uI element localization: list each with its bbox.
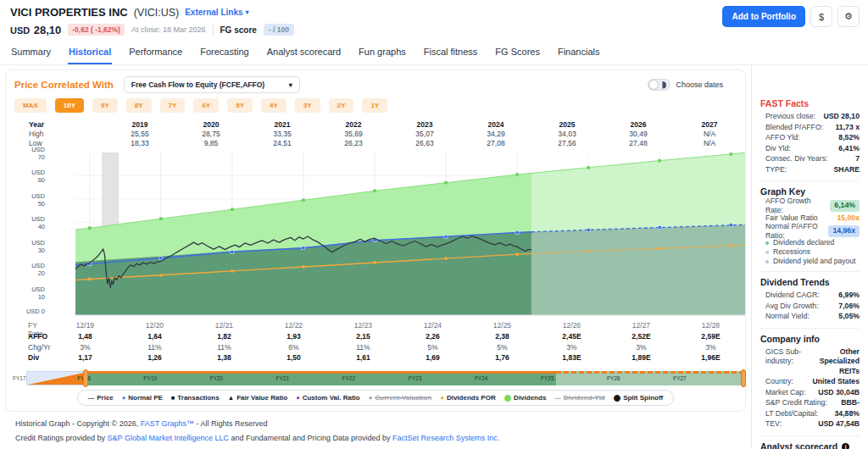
svg-text:40: 40 [38,223,45,230]
bullet-dot-icon [765,241,769,245]
graph-key-label: AFFO Growth Rate: [765,197,830,216]
main-panel: Price Correlated With Free Cash Flow to … [0,65,751,449]
fact-value: USD 28,10 [824,112,860,122]
tab-item[interactable]: Summary [10,42,52,64]
range-button[interactable]: 8Y [126,98,152,113]
legend-item[interactable]: ■ Transactions [171,394,220,402]
trend-value: 6,99% [838,291,860,301]
tab-item[interactable]: Financials [557,42,601,64]
fast-graph-chart[interactable]: USD70USD60USD50USD40USD30USD20USD10USD 0 [6,152,745,317]
factset-link[interactable]: FactSet Research Systems Inc. [392,434,499,442]
fy-date-cell: 12/23 [328,321,398,332]
range-button[interactable]: 4Y [261,98,287,113]
tab-item[interactable]: Analyst scorecard [266,42,342,64]
currency-label: USD [10,25,30,36]
tab-item[interactable]: Forecasting [199,42,249,64]
legend-item[interactable]: ● Custom Val. Ratio [296,394,360,402]
company-name: VICI PROPERTIES INC [10,6,128,19]
div-cell: 1,26 [120,353,189,364]
choose-dates-toggle[interactable] [648,79,670,91]
fact-label: Div Yld: [765,144,794,154]
tab-item[interactable]: Fiscal fitness [423,42,479,64]
legend-marker-icon: ⬤ [614,395,620,402]
sp-global-link[interactable]: S&P Global Market Intelligence LLC [108,434,229,442]
timeline-brush[interactable]: FY17 FY18FY19FY20FY21FY22FY23FY24FY25FY2… [6,369,745,388]
graph-key-value: 14,96x [828,225,860,237]
company-info-section: Company info GICS Sub-industry: Other Sp… [760,328,860,430]
external-links-menu[interactable]: External Links ▾ [185,8,248,17]
tab-item[interactable]: FG Scores [494,42,541,64]
low-cell: 26,63 [389,139,460,147]
brush-outside-label: FY17 [13,375,26,381]
brush-future-zone[interactable] [556,371,744,385]
chart-canvas[interactable]: USD70USD60USD50USD40USD30USD20USD10USD 0 [75,152,745,317]
info-icon[interactable]: i [842,443,849,449]
range-button[interactable]: 1Y [362,98,387,113]
fast-graphs-link[interactable]: FAST Graphs™ [141,419,194,428]
affo-cell: 2,59E [676,332,745,343]
legend-item[interactable]: — Price [88,394,114,402]
range-label: 8Y [135,102,143,109]
legend-item[interactable]: ⬤ Split Spinoff [614,394,664,402]
range-button[interactable]: 10Y [55,98,84,113]
legend-label: Dividends POR [447,394,496,402]
fact-label: TYPE: [765,165,790,175]
high-cell: 28,75 [175,130,247,138]
currency-button[interactable]: $ [810,6,832,27]
div-cell: 1,76 [467,353,537,364]
tab-item[interactable]: Performance [128,42,183,64]
brush-handle-right[interactable] [741,369,746,387]
legend-item[interactable]: ● Normal PE [122,394,163,402]
external-links-label: External Links [185,8,242,17]
add-to-portfolio-button[interactable]: Add to Portfolio [722,6,805,27]
high-cell: 25,55 [104,130,175,138]
chg-row-label: Chg/Yr [28,343,50,353]
legend-marker-icon: — [554,395,561,402]
svg-text:USD: USD [31,262,45,269]
info-value: USD 47,54B [818,419,860,430]
legend-item[interactable]: ▲ Fair Value Ratio [228,394,287,402]
legend-item[interactable]: — Dividend-Yld [554,394,604,402]
chg-cell: 3% [50,343,120,353]
tab-label: Analyst scorecard [267,47,341,57]
range-button[interactable]: 9Y [92,98,118,113]
div-cell: 1,89E [606,353,676,364]
info-value: USD 30,04B [818,388,860,398]
graph-key-row: AFFO Growth Rate: 6,14% [760,200,860,213]
tab-item[interactable]: Fun graphs [358,42,407,64]
affo-cell: 2,52E [606,332,676,343]
legend-label: Normal PE [128,394,162,402]
dividend-trend-row: Normal Yield: 5,05% [760,312,860,323]
legend-item[interactable]: ⬤ Dividends [504,394,547,402]
dividend-trends-title: Dividend Trends [760,277,860,287]
fact-row: Div Yld: 6,41% [760,144,860,155]
brush-selected-zone[interactable] [86,371,556,385]
svg-text:50: 50 [38,200,45,208]
range-button[interactable]: 5Y [227,98,253,113]
div-row-label: Div [28,353,50,364]
fy-column: 12/27 2,52E 3% 1,89E [606,321,676,364]
range-button[interactable]: 6Y [193,98,219,113]
brush-handle-left[interactable] [83,369,88,387]
fact-label: AFFO Yld: [765,133,803,143]
affo-cell: 2,15 [328,332,398,343]
graph-key-title: Graph Key [760,186,860,197]
settings-gear-button[interactable]: ⚙ [837,6,860,27]
dividend-trend-row: Avg Div Growth: 7,06% [760,302,860,313]
legend-item[interactable]: ● Dividends POR [440,394,495,402]
bullet-label: Recessions [773,247,810,257]
brush-por-wedge [28,373,84,385]
div-cell: 1,61 [328,353,398,364]
range-button[interactable]: 2Y [329,98,354,113]
svg-text:USD: USD [31,285,45,293]
metric-select-dropdown[interactable]: Free Cash Flow to Equity (FCFE,AFFO) ▾ [124,76,300,93]
range-button[interactable]: 7Y [160,98,186,113]
company-info-row: LT Debt/Capital: 34,88% [760,409,860,420]
tab-item[interactable]: Historical [68,42,112,64]
info-label: S&P Credit Rating: [765,398,831,408]
range-button[interactable]: 3Y [295,98,320,113]
year-row-label: Year [6,120,104,129]
fact-row: AFFO Yld: 8,52% [760,133,860,144]
legend-item[interactable]: ● Current-Valuation [369,394,432,402]
range-button[interactable]: MAX [14,98,47,113]
